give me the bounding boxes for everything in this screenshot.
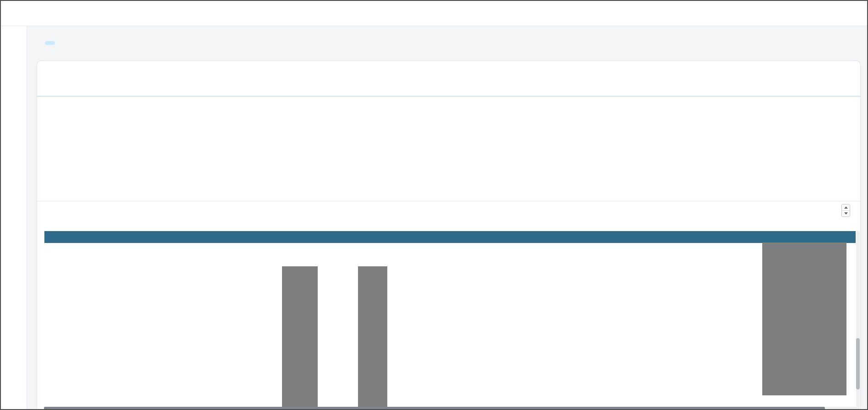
table-header-row	[44, 231, 856, 243]
horizontal-scrollbar[interactable]	[44, 407, 857, 410]
section-divider	[37, 201, 860, 201]
vertical-scrollbar-thumb[interactable]	[856, 338, 860, 389]
vertical-scrollbar[interactable]	[856, 231, 860, 410]
redaction-overlay	[358, 266, 387, 410]
report-card	[37, 60, 861, 409]
redaction-overlay	[762, 243, 846, 395]
tabs-underline	[37, 96, 860, 97]
page-header	[37, 26, 861, 60]
horizontal-scrollbar-thumb[interactable]	[44, 407, 825, 410]
table-scroll-stepper[interactable]	[841, 204, 850, 217]
table-body	[44, 243, 856, 409]
contact-trace-table	[44, 231, 856, 409]
hamburger-menu-icon[interactable]	[7, 8, 19, 20]
app-window	[0, 0, 868, 410]
stepper-up-icon[interactable]	[842, 205, 850, 211]
stepper-down-icon[interactable]	[842, 211, 850, 217]
topbar	[1, 1, 867, 26]
redaction-overlay	[282, 266, 318, 410]
analytics-badge	[45, 41, 55, 45]
sidebar	[1, 26, 27, 409]
